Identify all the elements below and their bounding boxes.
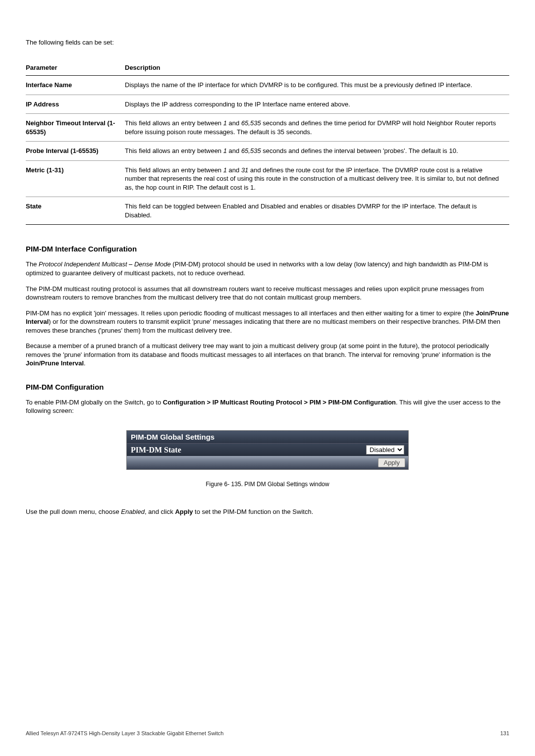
param-desc: This field allows an entry between 1 and… [125,160,509,197]
footer-left: Allied Telesyn AT-9724TS High-Density La… [26,730,223,736]
footer-page-number: 131 [500,730,509,736]
table-row: State This field can be toggled between … [26,197,509,225]
param-desc: Displays the IP address corresponding to… [125,95,509,114]
pimdm-state-label: PIM-DM State [131,446,366,454]
param-desc: This field allows an entry between 1 and… [125,114,509,142]
param-label: IP Address [26,95,125,114]
panel-title: PIM-DM Global Settings [127,431,408,443]
paragraph: Because a member of a pruned branch of a… [26,342,509,368]
apply-row: Apply [127,456,408,469]
param-label: Interface Name [26,76,125,95]
section-heading-pimdm-interface: PIM-DM Interface Configuration [26,245,509,253]
paragraph: PIM-DM has no explicit 'join' messages. … [26,309,509,335]
table-row: Neighbor Timeout Interval (1-65535) This… [26,114,509,142]
apply-button[interactable]: Apply [378,458,405,467]
pimdm-state-row: PIM-DM State Disabled [127,443,408,456]
table-row: Probe Interval (1-65535) This field allo… [26,142,509,161]
paragraph: The PIM-DM multicast routing protocol is… [26,285,509,302]
intro-text: The following fields can be set: [26,39,509,46]
table-row: Interface Name Displays the name of the … [26,76,509,95]
param-label: Probe Interval (1-65535) [26,142,125,161]
paragraph: Use the pull down menu, choose Enabled, … [26,507,509,516]
figure-caption: Figure 6- 135. PIM DM Global Settings wi… [26,481,509,488]
th-parameter: Parameter [26,60,125,76]
param-label: Neighbor Timeout Interval (1-65535) [26,114,125,142]
section-heading-pimdm-config: PIM-DM Configuration [26,383,509,391]
th-description: Description [125,60,509,76]
param-label: Metric (1-31) [26,160,125,197]
embedded-screenshot: PIM-DM Global Settings PIM-DM State Disa… [26,430,509,470]
table-row: IP Address Displays the IP address corre… [26,95,509,114]
param-desc: This field allows an entry between 1 and… [125,142,509,161]
page-footer: Allied Telesyn AT-9724TS High-Density La… [26,730,509,736]
table-row: Metric (1-31) This field allows an entry… [26,160,509,197]
paragraph: To enable PIM-DM globally on the Switch,… [26,398,509,415]
parameter-table: Parameter Description Interface Name Dis… [26,60,509,225]
pimdm-global-settings-panel: PIM-DM Global Settings PIM-DM State Disa… [126,430,409,470]
paragraph: The Protocol Independent Multicast – Den… [26,260,509,277]
pimdm-state-select[interactable]: Disabled [366,445,404,454]
param-label: State [26,197,125,225]
param-desc: This field can be toggled between Enable… [125,197,509,225]
param-desc: Displays the name of the IP interface fo… [125,76,509,95]
